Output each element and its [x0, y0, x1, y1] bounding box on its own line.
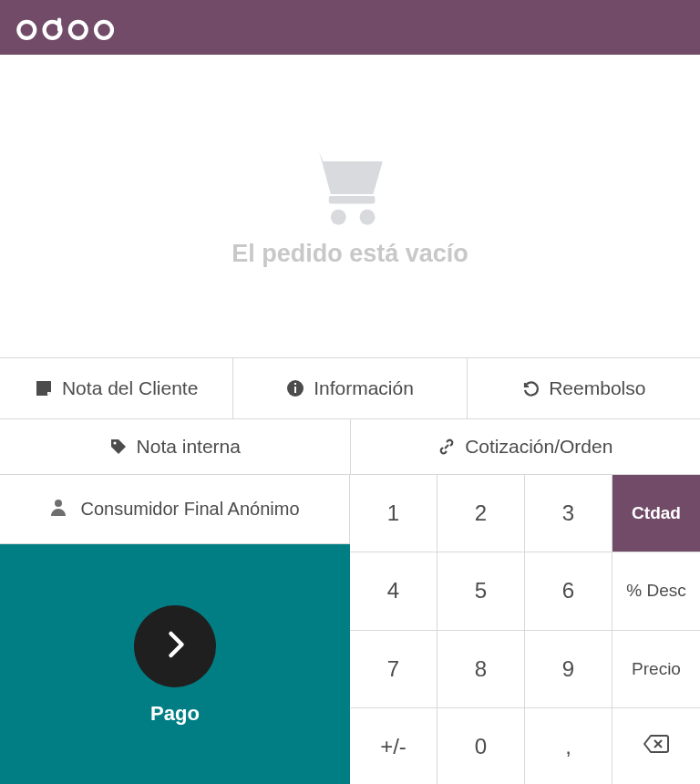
- payment-label: Pago: [150, 702, 200, 726]
- undo-icon: [521, 379, 540, 397]
- info-icon: [286, 379, 304, 397]
- numpad-sign[interactable]: +/-: [350, 708, 438, 784]
- svg-rect-9: [294, 383, 296, 385]
- numpad-7[interactable]: 7: [350, 631, 438, 708]
- svg-rect-4: [329, 196, 376, 203]
- svg-point-11: [55, 500, 62, 507]
- svg-point-0: [18, 22, 35, 38]
- refund-label: Reembolso: [549, 377, 645, 399]
- numpad-8[interactable]: 8: [438, 631, 525, 708]
- backspace-icon: [643, 734, 670, 759]
- payment-circle: [134, 605, 216, 687]
- numpad-9[interactable]: 9: [525, 631, 612, 708]
- sticky-note-icon: [35, 379, 53, 397]
- customer-note-button[interactable]: Nota del Cliente: [0, 358, 233, 418]
- numpad-4[interactable]: 4: [350, 552, 438, 630]
- internal-note-button[interactable]: Nota interna: [0, 419, 351, 474]
- info-button[interactable]: Información: [233, 358, 467, 418]
- customer-name: Consumidor Final Anónimo: [80, 499, 299, 520]
- tag-icon: [109, 438, 128, 456]
- order-area: El pedido está vacío: [0, 55, 700, 357]
- customer-note-label: Nota del Cliente: [62, 377, 198, 399]
- svg-point-5: [331, 210, 346, 225]
- numpad-3[interactable]: 3: [525, 475, 612, 552]
- numpad-1[interactable]: 1: [350, 475, 438, 552]
- link-icon: [438, 438, 456, 456]
- control-row-1: Nota del Cliente Información Reembolso: [0, 357, 700, 418]
- info-label: Información: [314, 377, 414, 399]
- numpad-6[interactable]: 6: [525, 552, 612, 630]
- topbar: [0, 0, 700, 55]
- numpad: 1 2 3 Ctdad 4 5 6 % Desc 7 8 9 Precio +/…: [350, 475, 700, 784]
- numpad-mode-discount[interactable]: % Desc: [612, 552, 700, 630]
- numpad-2[interactable]: 2: [438, 475, 525, 552]
- customer-button[interactable]: Consumidor Final Anónimo: [0, 475, 350, 544]
- bottom-panel: Consumidor Final Anónimo Pago 1 2 3 Ctda…: [0, 474, 700, 784]
- numpad-0[interactable]: 0: [438, 708, 525, 784]
- refund-button[interactable]: Reembolso: [468, 358, 700, 418]
- odoo-logo: [16, 13, 119, 42]
- chevron-right-icon: [159, 628, 191, 665]
- svg-point-6: [360, 210, 376, 225]
- cart-icon: [300, 144, 400, 234]
- internal-note-label: Nota interna: [137, 436, 241, 458]
- quotation-order-button[interactable]: Cotización/Orden: [351, 419, 701, 474]
- numpad-mode-qty[interactable]: Ctdad: [612, 475, 700, 552]
- svg-point-10: [113, 441, 116, 444]
- user-icon: [49, 498, 67, 521]
- numpad-backspace[interactable]: [612, 708, 700, 784]
- left-column: Consumidor Final Anónimo Pago: [0, 475, 350, 784]
- numpad-decimal[interactable]: ,: [525, 708, 612, 784]
- payment-button[interactable]: Pago: [0, 544, 350, 784]
- empty-order-text: El pedido está vacío: [232, 240, 468, 268]
- svg-point-3: [96, 22, 112, 38]
- numpad-mode-price[interactable]: Precio: [612, 631, 700, 708]
- quotation-order-label: Cotización/Orden: [465, 436, 612, 458]
- svg-rect-8: [294, 387, 296, 393]
- control-row-2: Nota interna Cotización/Orden: [0, 418, 700, 474]
- numpad-5[interactable]: 5: [438, 552, 525, 630]
- svg-point-2: [70, 22, 87, 38]
